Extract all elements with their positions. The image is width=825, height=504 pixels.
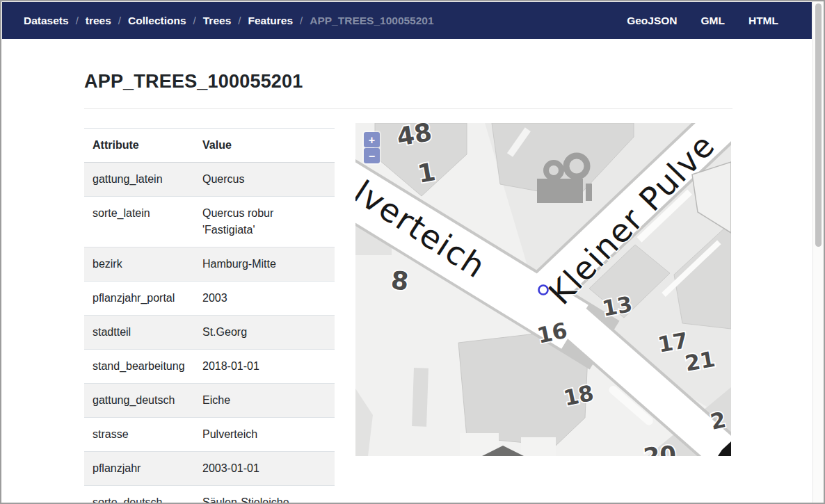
column-header-value: Value <box>194 129 335 163</box>
table-row: pflanzjahr2003-01-01 <box>84 452 335 486</box>
attribute-cell: gattung_latein <box>84 163 194 197</box>
page-scrollbar[interactable] <box>812 1 824 503</box>
attribute-cell: sorte_deutsch <box>84 486 194 504</box>
attribute-cell: gattung_deutsch <box>84 384 194 418</box>
column-header-attribute: Attribute <box>84 129 194 163</box>
breadcrumb-separator: / <box>118 15 121 26</box>
attribute-cell: stadtteil <box>84 316 194 350</box>
building <box>412 368 428 427</box>
breadcrumb-separator: / <box>76 15 79 26</box>
format-links: GeoJSONGMLHTML <box>627 15 778 27</box>
value-cell: 2018-01-01 <box>194 350 335 384</box>
table-row: stadtteilSt.Georg <box>84 316 335 350</box>
zoom-out-button[interactable]: − <box>364 148 380 163</box>
value-cell: Pulverteich <box>194 418 335 452</box>
scrollbar-thumb[interactable] <box>815 3 822 247</box>
house-number-label: 8 <box>390 266 410 295</box>
title-divider <box>84 108 732 109</box>
value-cell: Quercus <box>194 163 335 197</box>
value-cell: 2003-01-01 <box>194 452 335 486</box>
breadcrumb-item-datasets[interactable]: Datasets <box>24 15 69 27</box>
page-title: APP_TREES_100055201 <box>84 71 732 92</box>
top-navbar: Datasets/trees/Collections/Trees/Feature… <box>2 2 812 39</box>
attribute-cell: stand_bearbeitung <box>84 350 194 384</box>
breadcrumb-item-collections[interactable]: Collections <box>128 15 186 27</box>
map-canvas[interactable]: lverteichKleiner Pulve 48181316172118220 <box>355 123 731 456</box>
attribute-cell: sorte_latein <box>84 197 194 247</box>
map-zoom-control: + − <box>362 131 381 165</box>
breadcrumb-separator: / <box>300 15 303 26</box>
value-cell: Hamburg-Mitte <box>194 247 335 282</box>
attribute-cell: bezirk <box>84 247 194 282</box>
breadcrumb: Datasets/trees/Collections/Trees/Feature… <box>24 15 434 27</box>
house-number-label: 13 <box>600 291 634 321</box>
browser-viewport: Datasets/trees/Collections/Trees/Feature… <box>0 0 825 504</box>
content-row: AttributeValue gattung_lateinQuercussort… <box>84 123 732 504</box>
table-row: sorte_lateinQuercus robur 'Fastigiata' <box>84 197 335 247</box>
value-cell: 2003 <box>194 282 335 316</box>
house-number-label: 20 <box>642 440 678 456</box>
table-row: stand_bearbeitung2018-01-01 <box>84 350 335 384</box>
breadcrumb-item-trees[interactable]: trees <box>86 15 111 27</box>
attribute-cell: strasse <box>84 418 194 452</box>
feature-marker[interactable] <box>539 286 548 295</box>
table-row: gattung_deutschEiche <box>84 384 335 418</box>
feature-attributes-table: AttributeValue gattung_lateinQuercussort… <box>84 128 335 504</box>
zoom-in-button[interactable]: + <box>364 132 380 147</box>
format-link-html[interactable]: HTML <box>748 15 778 27</box>
breadcrumb-separator: / <box>193 15 196 26</box>
value-cell: St.Georg <box>194 316 335 350</box>
table-row: pflanzjahr_portal2003 <box>84 282 335 316</box>
breadcrumb-item-features[interactable]: Features <box>248 15 293 27</box>
courtyard <box>521 437 556 456</box>
house-number-label: 21 <box>683 346 717 376</box>
value-cell: Säulen-Stieleiche <box>194 486 335 504</box>
main-content: APP_TREES_100055201 AttributeValue gattu… <box>84 39 732 504</box>
table-row: strassePulverteich <box>84 418 335 452</box>
breadcrumb-separator: / <box>238 15 241 26</box>
table-row: sorte_deutschSäulen-Stieleiche <box>84 486 335 504</box>
table-header-row: AttributeValue <box>84 129 335 163</box>
feature-map[interactable]: lverteichKleiner Pulve 48181316172118220… <box>355 123 731 456</box>
value-cell: Eiche <box>194 384 335 418</box>
table-row: bezirkHamburg-Mitte <box>84 247 335 282</box>
table-row: gattung_lateinQuercus <box>84 163 335 197</box>
attribute-cell: pflanzjahr <box>84 452 194 486</box>
attribute-cell: pflanzjahr_portal <box>84 282 194 316</box>
format-link-geojson[interactable]: GeoJSON <box>627 15 677 27</box>
format-link-gml[interactable]: GML <box>701 15 725 27</box>
breadcrumb-item-app_trees_100055201: APP_TREES_100055201 <box>310 15 433 27</box>
value-cell: Quercus robur 'Fastigiata' <box>194 197 335 247</box>
breadcrumb-item-trees[interactable]: Trees <box>203 15 232 27</box>
